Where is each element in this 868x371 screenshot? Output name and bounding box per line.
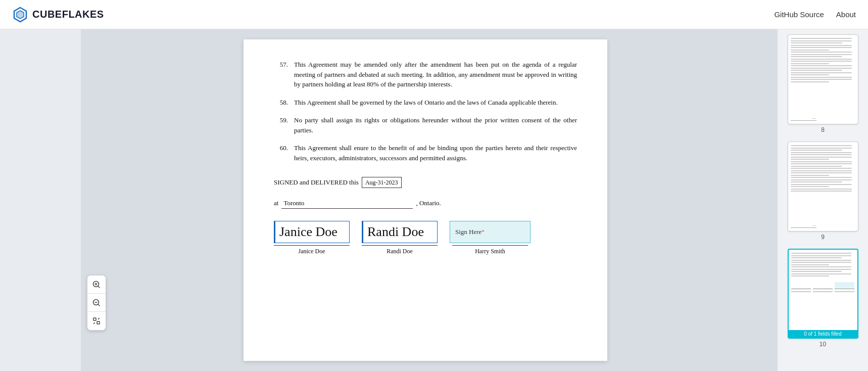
zoom-in-icon	[92, 281, 101, 289]
signed-label: SIGNED and DELIVERED this	[274, 177, 359, 188]
thumb-frame-8[interactable]: —	[788, 34, 858, 124]
zoom-in-button[interactable]	[87, 275, 106, 294]
thumb-frame-10[interactable]: 0 of 1 fields filled	[788, 249, 858, 339]
logo-text: CUBEFLAKES	[32, 9, 104, 20]
nav-links: GitHub Source About	[774, 10, 856, 19]
para-num-57: 57.	[274, 60, 288, 89]
signed-section: SIGNED and DELIVERED this Aug-31-2023 at…	[274, 177, 577, 256]
document-area: 57. This Agreement may be amended only a…	[81, 29, 770, 371]
thumb-item-10: 0 of 1 fields filled 10	[782, 249, 864, 348]
zoom-controls	[87, 275, 106, 331]
para-num-59: 59.	[274, 115, 288, 135]
thumb-item-9: — 9	[782, 142, 864, 241]
right-outer-sidebar	[770, 29, 777, 371]
signature-row: Janice Doe Janice Doe Randi Doe Randi Do…	[274, 221, 577, 256]
sig-block-randi: Randi Doe Randi Doe	[362, 221, 438, 256]
thumb-page-num-10: 10	[819, 341, 826, 348]
sig-field-randi[interactable]: Randi Doe	[362, 221, 438, 243]
para-num-58: 58.	[274, 98, 288, 108]
para-num-60: 60.	[274, 143, 288, 163]
thumb-frame-9[interactable]: —	[788, 142, 858, 231]
location-input[interactable]: Toronto	[281, 198, 413, 209]
main-container: 57. This Agreement may be amended only a…	[0, 0, 868, 371]
fit-icon	[92, 317, 101, 325]
header: CUBEFLAKES GitHub Source About	[0, 0, 868, 29]
para-text-59: No party shall assign its rights or obli…	[294, 115, 577, 135]
thumb-item-8: — 8	[782, 34, 864, 133]
sig-block-harry: Sign Here * Harry Smith	[450, 221, 531, 256]
para-item-58: 58. This Agreement shall be governed by …	[274, 98, 577, 108]
para-text-57: This Agreement may be amended only after…	[294, 60, 577, 89]
logo-icon	[12, 7, 28, 23]
zoom-out-button[interactable]	[87, 294, 106, 312]
svg-line-12	[93, 322, 95, 324]
location-line: at Toronto , Ontario.	[274, 198, 577, 209]
svg-rect-10	[93, 318, 96, 320]
fit-button[interactable]	[87, 312, 106, 330]
sig-cursive-janice: Janice Doe	[279, 222, 337, 242]
zoom-out-icon	[92, 299, 101, 307]
thumb-page-num-9: 9	[821, 234, 825, 241]
para-item-60: 60. This Agreement shall enure to the be…	[274, 143, 577, 163]
signed-line: SIGNED and DELIVERED this Aug-31-2023	[274, 177, 577, 188]
para-item-59: 59. No party shall assign its rights or …	[274, 115, 577, 135]
sig-name-randi: Randi Doe	[362, 245, 438, 256]
left-sidebar	[0, 29, 81, 371]
document-page: 57. This Agreement may be amended only a…	[244, 39, 607, 361]
para-text-60: This Agreement shall enure to the benefi…	[294, 143, 577, 163]
at-label: at	[274, 198, 278, 208]
svg-line-13	[98, 318, 100, 319]
logo-area: CUBEFLAKES	[12, 7, 104, 23]
paragraph-list: 57. This Agreement may be amended only a…	[274, 60, 577, 163]
github-source-link[interactable]: GitHub Source	[774, 10, 824, 19]
ontario-label: , Ontario.	[416, 198, 441, 208]
sig-block-janice: Janice Doe Janice Doe	[274, 221, 350, 256]
right-thumbnail-panel: — 8	[777, 29, 868, 371]
sig-cursive-randi: Randi Doe	[367, 222, 424, 242]
sig-field-janice[interactable]: Janice Doe	[274, 221, 350, 243]
sig-name-harry: Harry Smith	[452, 245, 528, 256]
sign-here-field[interactable]: Sign Here *	[450, 221, 531, 243]
sign-here-label: Sign Here	[455, 227, 481, 237]
svg-line-9	[98, 304, 100, 306]
para-text-58: This Agreement shall be governed by the …	[294, 98, 577, 108]
date-field[interactable]: Aug-31-2023	[362, 177, 402, 188]
about-link[interactable]: About	[836, 10, 856, 19]
para-item-57: 57. This Agreement may be amended only a…	[274, 60, 577, 89]
sig-name-janice: Janice Doe	[274, 245, 350, 256]
thumb-page-num-8: 8	[821, 126, 825, 133]
svg-line-6	[98, 286, 100, 288]
fields-filled-badge: 0 of 1 fields filled	[789, 330, 857, 338]
sign-here-required: *	[481, 227, 485, 236]
svg-rect-11	[97, 321, 100, 324]
